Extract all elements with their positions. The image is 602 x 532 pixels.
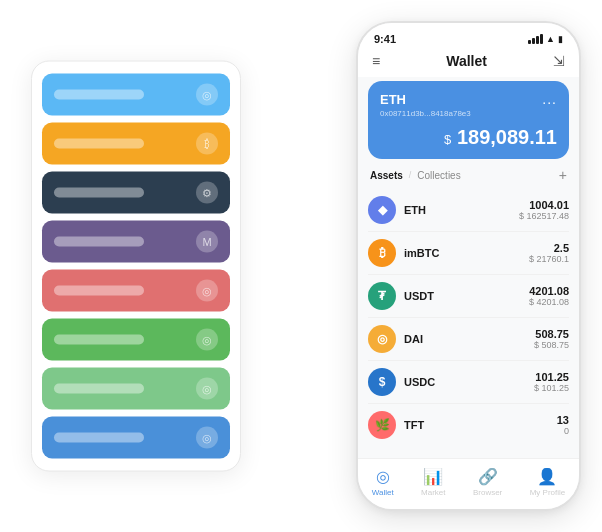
scan-icon[interactable]: ⇲	[553, 53, 565, 69]
signal-bar-4	[540, 34, 543, 44]
card-stack: ◎ ₿ ⚙ M ◎ ◎ ◎ ◎	[31, 61, 241, 472]
tft-values: 13 0	[557, 414, 569, 436]
tab-assets[interactable]: Assets	[370, 170, 403, 181]
card-item-4[interactable]: M	[42, 221, 230, 263]
card-icon-8: ◎	[196, 427, 218, 449]
card-text-3	[54, 188, 144, 198]
assets-header: Assets / Collecties +	[358, 167, 579, 189]
dai-logo: ◎	[368, 325, 396, 353]
menu-icon[interactable]: ≡	[372, 54, 380, 68]
asset-item-imbtc[interactable]: ₿ imBTC 2.5 $ 21760.1	[368, 232, 569, 275]
wallet-nav-icon: ◎	[376, 467, 390, 486]
card-icon-5: ◎	[196, 280, 218, 302]
card-text-2	[54, 139, 144, 149]
phone-header: ≡ Wallet ⇲	[358, 49, 579, 77]
usdc-amount: 101.25	[534, 371, 569, 383]
market-nav-icon: 📊	[423, 467, 443, 486]
eth-balance-value: 189,089.11	[457, 126, 557, 148]
dai-amount: 508.75	[534, 328, 569, 340]
card-item-6[interactable]: ◎	[42, 319, 230, 361]
nav-profile[interactable]: 👤 My Profile	[530, 467, 566, 497]
eth-card-header: ETH ...	[380, 91, 557, 107]
signal-bar-1	[528, 40, 531, 44]
usdt-values: 4201.08 $ 4201.08	[529, 285, 569, 307]
scene: ◎ ₿ ⚙ M ◎ ◎ ◎ ◎	[11, 11, 591, 521]
card-item-2[interactable]: ₿	[42, 123, 230, 165]
card-item-3[interactable]: ⚙	[42, 172, 230, 214]
tft-amount: 13	[557, 414, 569, 426]
market-nav-label: Market	[421, 488, 445, 497]
usdt-name: USDT	[404, 290, 529, 302]
status-time: 9:41	[374, 33, 396, 45]
asset-item-dai[interactable]: ◎ DAI 508.75 $ 508.75	[368, 318, 569, 361]
imbtc-values: 2.5 $ 21760.1	[529, 242, 569, 264]
asset-list: ◆ ETH 1004.01 $ 162517.48 ₿ imBTC 2.5 $ …	[358, 189, 579, 458]
usdt-usd: $ 4201.08	[529, 297, 569, 307]
add-asset-button[interactable]: +	[559, 167, 567, 183]
battery-icon: ▮	[558, 34, 563, 44]
assets-tabs: Assets / Collecties	[370, 170, 461, 181]
card-item-1[interactable]: ◎	[42, 74, 230, 116]
imbtc-amount: 2.5	[529, 242, 569, 254]
profile-nav-icon: 👤	[537, 467, 557, 486]
dai-usd: $ 508.75	[534, 340, 569, 350]
browser-nav-label: Browser	[473, 488, 502, 497]
card-text-6	[54, 335, 144, 345]
imbtc-usd: $ 21760.1	[529, 254, 569, 264]
card-item-5[interactable]: ◎	[42, 270, 230, 312]
eth-logo: ◆	[368, 196, 396, 224]
eth-values: 1004.01 $ 162517.48	[519, 199, 569, 221]
dai-values: 508.75 $ 508.75	[534, 328, 569, 350]
nav-browser[interactable]: 🔗 Browser	[473, 467, 502, 497]
nav-wallet[interactable]: ◎ Wallet	[372, 467, 394, 497]
card-item-7[interactable]: ◎	[42, 368, 230, 410]
eth-card-menu[interactable]: ...	[542, 91, 557, 107]
card-text-4	[54, 237, 144, 247]
status-icons: ▲ ▮	[528, 34, 563, 44]
browser-nav-icon: 🔗	[478, 467, 498, 486]
card-icon-7: ◎	[196, 378, 218, 400]
bottom-nav: ◎ Wallet 📊 Market 🔗 Browser 👤 My Profile	[358, 458, 579, 509]
eth-card-address: 0x08711d3b...8418a78e3	[380, 109, 557, 118]
card-text-7	[54, 384, 144, 394]
usdc-logo: $	[368, 368, 396, 396]
status-bar: 9:41 ▲ ▮	[358, 23, 579, 49]
signal-bar-2	[532, 38, 535, 44]
eth-balance-symbol: $	[444, 132, 451, 147]
signal-bar-3	[536, 36, 539, 44]
tab-divider: /	[409, 170, 412, 180]
asset-item-usdt[interactable]: ₮ USDT 4201.08 $ 4201.08	[368, 275, 569, 318]
card-icon-1: ◎	[196, 84, 218, 106]
eth-name: ETH	[404, 204, 519, 216]
page-title: Wallet	[446, 53, 487, 69]
usdc-name: USDC	[404, 376, 534, 388]
asset-item-tft[interactable]: 🌿 TFT 13 0	[368, 404, 569, 446]
tft-name: TFT	[404, 419, 557, 431]
usdc-values: 101.25 $ 101.25	[534, 371, 569, 393]
signal-bars-icon	[528, 34, 543, 44]
tft-usd: 0	[557, 426, 569, 436]
usdc-usd: $ 101.25	[534, 383, 569, 393]
nav-market[interactable]: 📊 Market	[421, 467, 445, 497]
eth-amount: 1004.01	[519, 199, 569, 211]
imbtc-logo: ₿	[368, 239, 396, 267]
tab-collecties[interactable]: Collecties	[417, 170, 460, 181]
eth-usd: $ 162517.48	[519, 211, 569, 221]
card-icon-3: ⚙	[196, 182, 218, 204]
imbtc-name: imBTC	[404, 247, 529, 259]
asset-item-usdc[interactable]: $ USDC 101.25 $ 101.25	[368, 361, 569, 404]
eth-card-title: ETH	[380, 92, 406, 107]
wifi-icon: ▲	[546, 34, 555, 44]
tft-logo: 🌿	[368, 411, 396, 439]
dai-name: DAI	[404, 333, 534, 345]
card-text-8	[54, 433, 144, 443]
usdt-logo: ₮	[368, 282, 396, 310]
card-icon-2: ₿	[196, 133, 218, 155]
card-icon-6: ◎	[196, 329, 218, 351]
card-item-8[interactable]: ◎	[42, 417, 230, 459]
phone-frame: 9:41 ▲ ▮ ≡ Wallet ⇲ ETH ...	[356, 21, 581, 511]
wallet-nav-label: Wallet	[372, 488, 394, 497]
asset-item-eth[interactable]: ◆ ETH 1004.01 $ 162517.48	[368, 189, 569, 232]
eth-card[interactable]: ETH ... 0x08711d3b...8418a78e3 $ 189,089…	[368, 81, 569, 159]
card-text-5	[54, 286, 144, 296]
